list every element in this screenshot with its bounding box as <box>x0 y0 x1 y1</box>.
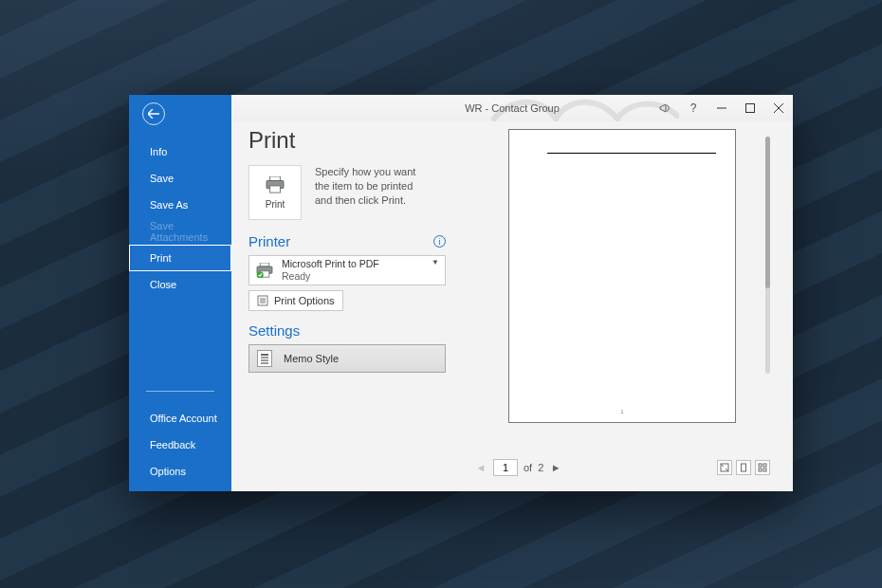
svg-rect-15 <box>763 469 766 471</box>
sidebar-item-label: Save As <box>150 199 188 211</box>
preview-scrollbar[interactable] <box>765 137 770 374</box>
titlebar-controls: ? <box>651 95 793 121</box>
sidebar-item-label: Close <box>150 279 176 290</box>
print-row: Print Specify how you want the item to b… <box>248 165 446 220</box>
minimize-icon <box>717 103 726 113</box>
svg-rect-1 <box>270 176 281 181</box>
backstage-sidebar: Info Save Save As Save Attachments Print… <box>129 95 231 491</box>
desktop-wallpaper: Info Save Save As Save Attachments Print… <box>0 0 882 588</box>
sidebar-item-label: Office Account <box>150 413 217 424</box>
svg-rect-14 <box>759 469 762 471</box>
svg-rect-11 <box>742 464 746 471</box>
close-button[interactable] <box>764 95 793 121</box>
megaphone-icon <box>658 101 671 115</box>
info-icon: i <box>439 237 441 247</box>
close-icon <box>774 103 783 113</box>
printer-icon <box>265 176 285 193</box>
scrollbar-thumb[interactable] <box>765 137 770 288</box>
zoom-one-page-button[interactable] <box>736 460 751 475</box>
sidebar-item-feedback[interactable]: Feedback <box>129 432 231 458</box>
print-panel: Print Print Specify how you want the i <box>231 121 463 491</box>
svg-point-4 <box>280 182 282 184</box>
coming-soon-button[interactable] <box>651 95 679 121</box>
zoom-one-page-icon <box>739 463 748 472</box>
print-button-label: Print <box>266 199 285 210</box>
printer-status: Ready <box>282 270 379 283</box>
outlook-print-backstage-window: Info Save Save As Save Attachments Print… <box>129 95 793 491</box>
settings-section-title: Settings <box>248 322 300 339</box>
sidebar-item-save-attachments: Save Attachments <box>129 218 231 245</box>
sidebar-item-label: Info <box>150 146 167 157</box>
preview-page-number: 1 <box>509 409 735 414</box>
memo-style-icon <box>257 350 272 367</box>
sidebar-nav: Info Save Save As Save Attachments Print… <box>129 133 231 298</box>
pager-total: 2 <box>538 462 543 473</box>
print-style-label: Memo Style <box>284 353 339 364</box>
svg-rect-0 <box>746 104 755 113</box>
pager-current-input[interactable] <box>493 459 518 476</box>
sidebar-item-label: Print <box>150 252 172 264</box>
sidebar-item-info[interactable]: Info <box>129 138 231 165</box>
printer-section-title: Printer <box>248 233 290 249</box>
sidebar-item-save-as[interactable]: Save As <box>129 192 231 218</box>
zoom-controls <box>717 460 774 475</box>
printer-ready-icon <box>255 263 274 278</box>
sidebar-item-label: Save <box>150 173 174 184</box>
sidebar-item-office-account[interactable]: Office Account <box>129 405 231 432</box>
titlebar: WR - Contact Group ? <box>231 95 793 121</box>
zoom-actual-icon <box>720 463 729 472</box>
sidebar-item-print[interactable]: Print <box>129 245 231 271</box>
preview-page: 1 <box>508 129 736 423</box>
pager-bar: ◄ of 2 ► <box>470 455 774 480</box>
svg-rect-5 <box>260 263 269 266</box>
sidebar-item-label: Save Attachments <box>150 220 231 243</box>
print-style-selector[interactable]: Memo Style <box>248 344 446 373</box>
svg-rect-3 <box>270 185 281 192</box>
preview-area: 1 ◄ of 2 ► <box>463 121 793 491</box>
sidebar-separator <box>146 391 214 392</box>
chevron-down-icon: ▼ <box>432 258 439 266</box>
print-options-label: Print Options <box>274 295 335 306</box>
sidebar-footer: Office Account Feedback Options <box>129 399 231 485</box>
options-icon <box>257 295 268 306</box>
print-button[interactable]: Print <box>248 165 302 220</box>
preview-holder: 1 <box>470 129 774 455</box>
maximize-icon <box>745 103 755 113</box>
sidebar-item-label: Feedback <box>150 439 195 450</box>
svg-rect-12 <box>759 464 762 467</box>
content-area: WR - Contact Group ? <box>231 95 793 491</box>
printer-texts: Microsoft Print to PDF Ready <box>282 258 379 283</box>
sidebar-item-save[interactable]: Save <box>129 165 231 192</box>
back-button[interactable] <box>142 102 165 125</box>
arrow-left-icon <box>148 109 159 119</box>
pager-of-label: of <box>524 462 532 473</box>
sidebar-item-label: Options <box>150 466 186 477</box>
zoom-multi-page-button[interactable] <box>755 460 770 475</box>
printer-name: Microsoft Print to PDF <box>282 258 379 270</box>
printer-info-button[interactable]: i <box>433 235 446 248</box>
help-icon: ? <box>690 101 697 115</box>
zoom-multi-page-icon <box>758 463 767 472</box>
help-button[interactable]: ? <box>679 95 707 121</box>
sidebar-item-options[interactable]: Options <box>129 458 231 485</box>
svg-rect-13 <box>763 464 766 467</box>
printer-selector[interactable]: Microsoft Print to PDF Ready ▼ <box>248 255 446 285</box>
pager-prev: ◄ <box>474 462 487 473</box>
print-options-button[interactable]: Print Options <box>248 290 343 311</box>
settings-section-head: Settings <box>248 322 446 339</box>
back-row <box>129 95 231 133</box>
sidebar-item-close[interactable]: Close <box>129 271 231 298</box>
pager-next[interactable]: ► <box>549 462 562 473</box>
minimize-button[interactable] <box>707 95 736 121</box>
print-description: Specify how you want the item to be prin… <box>315 165 432 220</box>
page-title: Print <box>248 127 446 154</box>
maximize-button[interactable] <box>736 95 764 121</box>
main-area: Print Print Specify how you want the i <box>231 121 793 491</box>
printer-section-head: Printer i <box>248 233 446 249</box>
zoom-actual-button[interactable] <box>717 460 732 475</box>
preview-content-rule <box>547 153 716 154</box>
